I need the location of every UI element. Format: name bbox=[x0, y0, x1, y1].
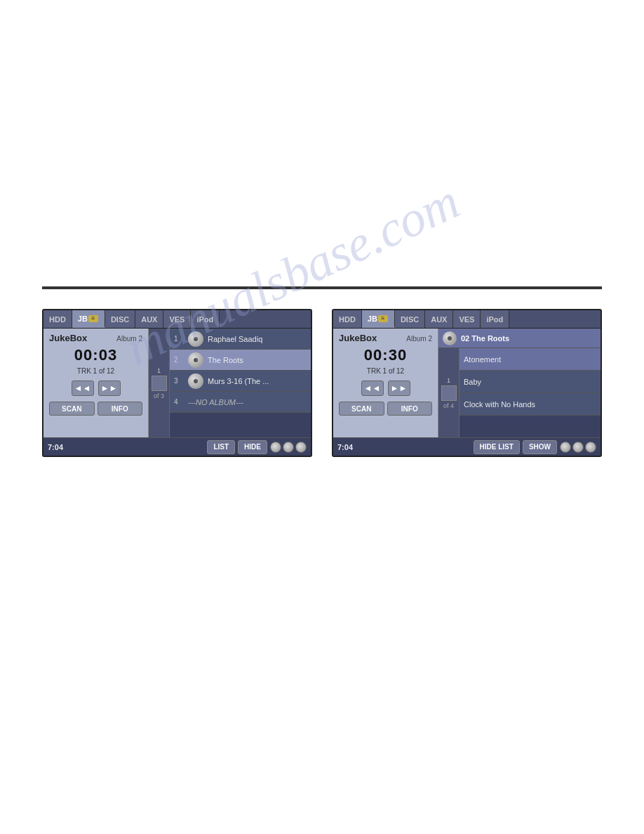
screen1-album-label: Album 2 bbox=[116, 335, 142, 343]
screen1-tab-bar: HDD JB ≡ DISC AUX VES iPod bbox=[43, 310, 311, 329]
screen1-album-name-1: Raphael Saadiq bbox=[208, 335, 307, 343]
screen1-page-of: of 3 bbox=[154, 392, 164, 399]
screen1-thumbnail bbox=[152, 376, 167, 391]
screen2-track-list: Atonement Baby Clock with No Hands bbox=[459, 348, 601, 437]
screen2-right-panel: 02 The Roots 1 of 4 Atonement bbox=[438, 329, 601, 437]
screen1-main: JukeBox Album 2 00:03 TRK 1 of 12 ◄◄ ►► … bbox=[43, 329, 311, 437]
screen2-tab-ipod[interactable]: iPod bbox=[481, 310, 509, 328]
screen2-forward-btn[interactable]: ►► bbox=[388, 380, 410, 396]
screen1-rewind-btn[interactable]: ◄◄ bbox=[72, 380, 94, 396]
screen1-transport: ◄◄ ►► bbox=[49, 380, 142, 396]
screen1-album-num-4: 4 bbox=[174, 398, 184, 406]
screen1-bottom-bar: 7:04 LIST HIDE bbox=[43, 437, 311, 456]
screen1-album-item-4[interactable]: 4 ---NO ALBUM--- bbox=[170, 392, 311, 413]
screen2-tab-disc[interactable]: DISC bbox=[395, 310, 425, 328]
screen1-cd-disc-1 bbox=[270, 442, 281, 453]
screen2-jb-icon: ≡ bbox=[378, 315, 388, 322]
screen1-list-btn[interactable]: LIST bbox=[207, 440, 235, 454]
screen2-page-of: of 4 bbox=[443, 402, 454, 409]
screen1-album-item-1[interactable]: 1 Raphael Saadiq bbox=[170, 329, 311, 350]
screen2-track-item-2[interactable]: Baby bbox=[459, 371, 601, 393]
screen1-album-icon-1 bbox=[188, 331, 203, 347]
screen1-album-list-area: 1 of 3 1 Raphael Saadiq 2 bbox=[149, 329, 311, 437]
screen1-tab-disc[interactable]: DISC bbox=[105, 310, 135, 328]
screen1-jukebox-header: JukeBox Album 2 bbox=[49, 333, 142, 343]
screen2-left-panel: JukeBox Album 2 00:30 TRK 1 of 12 ◄◄ ►► … bbox=[333, 329, 438, 437]
screen1-tab-jb-label: JB bbox=[78, 315, 88, 323]
screen2-tab-aux[interactable]: AUX bbox=[425, 310, 453, 328]
screen2-album-label: Album 2 bbox=[406, 335, 432, 343]
screen1-cd-icon bbox=[270, 442, 307, 453]
screen1-album-num-2: 2 bbox=[174, 356, 184, 364]
screen1-page-num: 1 bbox=[157, 367, 161, 374]
divider-line bbox=[42, 286, 602, 289]
screen2-jukebox-header: JukeBox Album 2 bbox=[339, 333, 432, 343]
screen2-page-num: 1 bbox=[447, 377, 450, 384]
screen1-actions: SCAN INFO bbox=[49, 402, 142, 416]
screen2-page-col: 1 of 4 bbox=[438, 348, 459, 437]
screen1-album-num-3: 3 bbox=[174, 377, 184, 385]
screen2: HDD JB ≡ DISC AUX VES iPod JukeBox Album… bbox=[332, 309, 602, 457]
screens-container: HDD JB ≡ DISC AUX VES iPod JukeBox Album… bbox=[39, 309, 605, 457]
screen2-tab-jb-label: JB bbox=[368, 315, 377, 323]
screen1-album-name-2: The Roots bbox=[208, 356, 307, 364]
screen2-header-row: 02 The Roots bbox=[438, 329, 601, 348]
screen2-show-btn[interactable]: SHOW bbox=[523, 440, 557, 454]
screen2-tab-bar: HDD JB ≡ DISC AUX VES iPod bbox=[333, 310, 601, 329]
screen1-tab-ipod[interactable]: iPod bbox=[191, 310, 220, 328]
screen1-info-btn[interactable]: INFO bbox=[98, 402, 143, 416]
screen2-cd-disc-2 bbox=[572, 442, 584, 453]
screen1-album-icon-2 bbox=[188, 352, 203, 368]
screen1-clock: 7:04 bbox=[48, 443, 74, 451]
screen2-main: JukeBox Album 2 00:30 TRK 1 of 12 ◄◄ ►► … bbox=[333, 329, 601, 437]
screen2-thumbnail bbox=[441, 385, 457, 401]
screen2-tab-hdd[interactable]: HDD bbox=[333, 310, 362, 328]
screen1: HDD JB ≡ DISC AUX VES iPod JukeBox Album… bbox=[42, 309, 312, 457]
screen1-tab-jb[interactable]: JB ≡ bbox=[72, 310, 105, 328]
screen2-jukebox-title: JukeBox bbox=[339, 333, 377, 343]
screen2-track-item-1[interactable]: Atonement bbox=[459, 348, 601, 371]
screen1-album-item-3[interactable]: 3 Murs 3-16 (The ... bbox=[170, 371, 311, 392]
screen2-cd-disc-3 bbox=[585, 442, 596, 453]
screen1-album-num-1: 1 bbox=[174, 335, 184, 343]
screen1-forward-btn[interactable]: ►► bbox=[98, 380, 121, 396]
screen2-time-display: 00:30 bbox=[339, 346, 432, 364]
screen1-album-name-4: ---NO ALBUM--- bbox=[188, 398, 307, 406]
screen1-time-display: 00:03 bbox=[49, 346, 142, 364]
screen1-tab-ves[interactable]: VES bbox=[163, 310, 191, 328]
screen1-album-item-2[interactable]: 2 The Roots bbox=[170, 350, 311, 371]
screen1-cd-disc-2 bbox=[283, 442, 294, 453]
screen2-track-name-3: Clock with No Hands bbox=[464, 400, 596, 409]
screen2-scan-btn[interactable]: SCAN bbox=[339, 402, 384, 416]
screen1-scan-btn[interactable]: SCAN bbox=[49, 402, 95, 416]
screen1-tab-aux[interactable]: AUX bbox=[135, 310, 163, 328]
screen1-album-name-3: Murs 3-16 (The ... bbox=[208, 377, 307, 385]
screen2-track-item-3[interactable]: Clock with No Hands bbox=[459, 393, 601, 416]
screen2-track-list-area: 1 of 4 Atonement Baby Clock with No bbox=[438, 348, 601, 437]
screen1-tab-hdd[interactable]: HDD bbox=[43, 310, 72, 328]
screen1-right-panel: 1 of 3 1 Raphael Saadiq 2 bbox=[149, 329, 311, 437]
screen2-hide-list-btn[interactable]: HIDE LIST bbox=[474, 440, 520, 454]
screen2-cd-disc-1 bbox=[560, 442, 571, 453]
screen1-hide-btn[interactable]: HIDE bbox=[238, 440, 267, 454]
screen1-left-panel: JukeBox Album 2 00:03 TRK 1 of 12 ◄◄ ►► … bbox=[43, 329, 149, 437]
screen2-bottom-bar: 7:04 HIDE LIST SHOW bbox=[333, 437, 601, 456]
screen2-rewind-btn[interactable]: ◄◄ bbox=[361, 380, 384, 396]
screen1-cd-disc-3 bbox=[295, 442, 307, 453]
screen2-clock: 7:04 bbox=[337, 443, 364, 451]
screen2-track-info: TRK 1 of 12 bbox=[339, 367, 432, 375]
screen2-info-btn[interactable]: INFO bbox=[387, 402, 433, 416]
screen1-jb-icon: ≡ bbox=[88, 315, 98, 322]
screen2-header-icon bbox=[443, 331, 457, 345]
screen1-page-col: 1 of 3 bbox=[149, 329, 170, 437]
screen2-track-name-2: Baby bbox=[464, 378, 596, 386]
screen2-track-name-1: Atonement bbox=[464, 355, 596, 364]
screen1-track-info: TRK 1 of 12 bbox=[49, 367, 142, 375]
screen1-album-list: 1 Raphael Saadiq 2 The Roots 3 Mu bbox=[170, 329, 311, 437]
screen2-tab-ves[interactable]: VES bbox=[453, 310, 481, 328]
screen1-jukebox-title: JukeBox bbox=[49, 333, 87, 343]
screen2-tab-jb[interactable]: JB ≡ bbox=[362, 310, 395, 328]
screen2-header-track: 02 The Roots bbox=[461, 334, 509, 343]
screen2-actions: SCAN INFO bbox=[339, 402, 432, 416]
screen1-album-icon-3 bbox=[188, 373, 203, 389]
